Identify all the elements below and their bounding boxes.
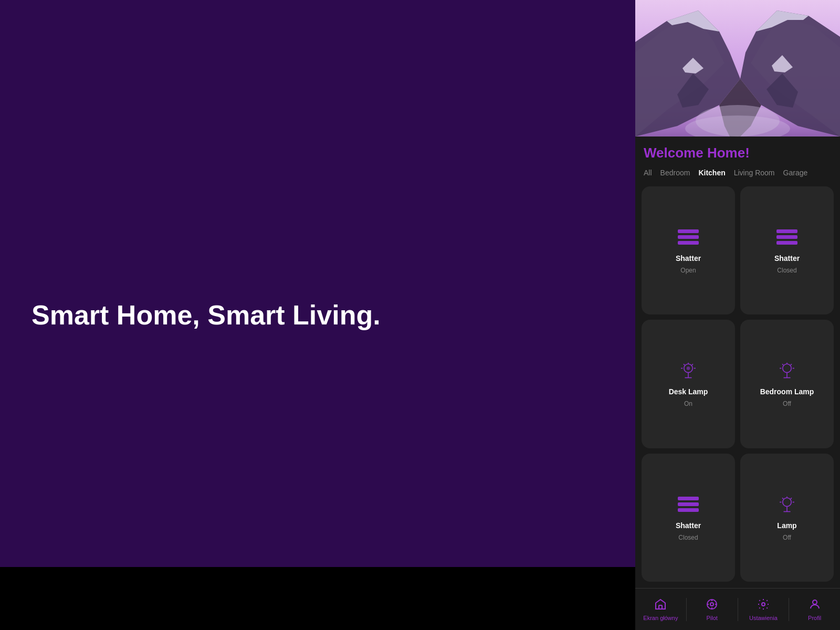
svg-line-42 — [791, 498, 792, 499]
svg-point-55 — [762, 603, 765, 606]
shutter-closed-1-icon — [775, 227, 799, 250]
home-icon — [654, 598, 667, 613]
desk-lamp-name: Desk Lamp — [669, 387, 708, 396]
nav-profile[interactable]: Profil — [789, 598, 840, 621]
nav-settings-label: Ustawienia — [749, 615, 778, 621]
tab-all[interactable]: All — [644, 167, 652, 178]
phone-container: Welcome Home! All Bedroom Kitchen Living… — [635, 0, 840, 630]
lamp-off-status: Off — [783, 534, 791, 541]
pilot-icon — [706, 598, 718, 613]
nav-pilot-label: Pilot — [706, 615, 717, 621]
devices-grid: Shatter Open Shatter Closed — [635, 184, 840, 588]
profile-icon — [808, 598, 821, 613]
svg-rect-17 — [776, 229, 797, 233]
bedroom-lamp-status: Off — [783, 400, 791, 407]
device-bedroom-lamp[interactable]: Bedroom Lamp Off — [740, 320, 834, 448]
svg-point-56 — [813, 600, 817, 604]
svg-rect-14 — [678, 229, 699, 233]
lamp-off-icon — [775, 494, 799, 517]
settings-icon — [757, 598, 770, 613]
shatter-closed-1-name: Shatter — [774, 254, 800, 262]
svg-point-28 — [687, 367, 690, 371]
app-content: Welcome Home! All Bedroom Kitchen Living… — [635, 136, 840, 630]
tagline: Smart Home, Smart Living. — [32, 299, 381, 331]
device-desk-lamp[interactable]: Desk Lamp On — [642, 320, 735, 448]
svg-rect-15 — [678, 235, 699, 239]
bottom-nav: Ekran główny Pilot — [635, 588, 840, 630]
svg-point-29 — [783, 364, 791, 373]
svg-point-40 — [783, 498, 791, 506]
lamp-off-name: Lamp — [777, 521, 796, 530]
shatter-closed-1-status: Closed — [777, 267, 796, 274]
nav-profile-label: Profil — [808, 615, 821, 621]
device-shatter-closed-2[interactable]: Shatter Closed — [642, 454, 735, 582]
tab-living-room[interactable]: Living Room — [734, 167, 775, 178]
tab-garage[interactable]: Garage — [783, 167, 808, 178]
desk-lamp-status: On — [684, 400, 692, 407]
tab-kitchen[interactable]: Kitchen — [698, 167, 725, 178]
svg-rect-37 — [678, 497, 699, 500]
shatter-closed-2-name: Shatter — [676, 521, 701, 530]
desk-lamp-icon — [677, 360, 700, 383]
device-lamp-off[interactable]: Lamp Off — [740, 454, 834, 582]
svg-line-22 — [692, 364, 693, 365]
room-tabs: All Bedroom Kitchen Living Room Garage — [635, 165, 840, 184]
shutter-open-icon — [677, 227, 700, 250]
shatter-open-status: Open — [680, 267, 696, 274]
svg-rect-16 — [678, 241, 699, 245]
hero-image — [635, 0, 840, 136]
welcome-title: Welcome Home! — [635, 136, 840, 165]
left-panel: Smart Home, Smart Living. — [0, 0, 635, 630]
svg-point-50 — [710, 603, 713, 606]
nav-home-label: Ekran główny — [643, 615, 678, 621]
nav-pilot[interactable]: Pilot — [687, 598, 738, 621]
svg-line-33 — [782, 364, 783, 365]
svg-line-44 — [782, 498, 783, 499]
svg-rect-18 — [776, 235, 797, 239]
device-shatter-closed-1[interactable]: Shatter Closed — [740, 186, 834, 314]
bedroom-lamp-icon — [775, 360, 799, 383]
shatter-closed-2-status: Closed — [678, 534, 698, 541]
nav-settings[interactable]: Ustawienia — [738, 598, 790, 621]
svg-rect-39 — [678, 508, 699, 512]
svg-rect-48 — [659, 605, 662, 609]
svg-rect-38 — [678, 502, 699, 506]
svg-line-31 — [791, 364, 792, 365]
shatter-open-name: Shatter — [676, 254, 701, 262]
tab-bedroom[interactable]: Bedroom — [660, 167, 690, 178]
nav-home[interactable]: Ekran główny — [635, 598, 687, 621]
bedroom-lamp-name: Bedroom Lamp — [760, 387, 814, 396]
svg-line-24 — [684, 364, 685, 365]
shutter-closed-2-icon — [677, 494, 700, 517]
device-shatter-open[interactable]: Shatter Open — [642, 186, 735, 314]
svg-rect-19 — [776, 241, 797, 245]
